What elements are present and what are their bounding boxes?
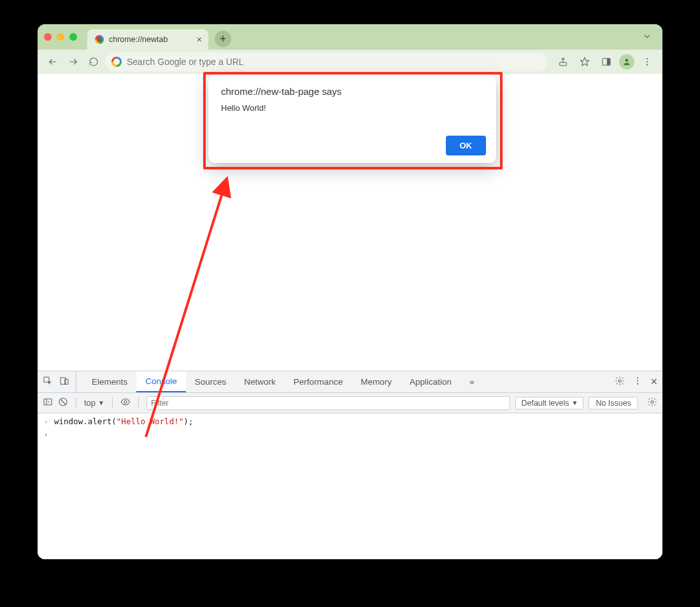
- devtools-tabbar: Elements Console Sources Network Perform…: [38, 371, 662, 393]
- svg-point-16: [637, 377, 638, 378]
- inspect-element-button[interactable]: [43, 376, 53, 388]
- reload-button[interactable]: [85, 53, 103, 71]
- context-selector[interactable]: top ▼: [84, 398, 104, 408]
- close-tab-button[interactable]: ×: [197, 34, 202, 45]
- console-toolbar: top ▼ Default levels ▼ No Issues: [38, 393, 662, 413]
- issues-label: No Issues: [596, 399, 631, 408]
- context-label: top: [84, 398, 96, 408]
- svg-point-15: [618, 380, 621, 382]
- svg-point-24: [651, 401, 654, 403]
- window-controls: [44, 33, 77, 41]
- log-levels-selector[interactable]: Default levels ▼: [515, 397, 583, 410]
- sidepanel-button[interactable]: [597, 53, 615, 71]
- share-icon: [558, 57, 568, 67]
- alert-dialog-message: Hello World!: [221, 103, 483, 113]
- alert-dialog: chrome://new-tab-page says Hello World! …: [208, 75, 496, 163]
- svg-point-9: [646, 61, 648, 62]
- arrow-right-icon: [68, 57, 78, 67]
- svg-point-23: [124, 401, 127, 403]
- svg-point-17: [637, 380, 638, 382]
- devtools-close-button[interactable]: ×: [650, 375, 657, 389]
- minimize-window-button[interactable]: [57, 33, 64, 41]
- chrome-favicon-icon: [95, 35, 104, 44]
- console-prompt[interactable]: ›: [38, 429, 662, 441]
- prompt-chevron-icon: ›: [44, 429, 50, 441]
- browser-menu-button[interactable]: [638, 53, 656, 71]
- reload-icon: [89, 57, 99, 67]
- sidebar-toggle-icon: [43, 397, 53, 407]
- live-expression-button[interactable]: [120, 397, 131, 409]
- console-settings-button[interactable]: [647, 397, 657, 409]
- more-tabs-button[interactable]: »: [461, 371, 483, 392]
- devtools-panel: Elements Console Sources Network Perform…: [38, 371, 662, 559]
- device-toolbar-button[interactable]: [59, 376, 69, 388]
- svg-point-8: [646, 58, 648, 59]
- console-filter-input[interactable]: [146, 396, 510, 410]
- forward-button[interactable]: [64, 53, 82, 71]
- star-icon: [580, 57, 590, 67]
- gear-icon: [615, 376, 625, 386]
- log-levels-label: Default levels: [521, 399, 569, 408]
- alert-dialog-title: chrome://new-tab-page says: [221, 86, 483, 97]
- console-code: window.alert("Hello World!");: [54, 417, 193, 426]
- devtools-menu-button[interactable]: [632, 376, 643, 388]
- kebab-icon: [642, 57, 652, 67]
- browser-tab[interactable]: chrome://newtab ×: [87, 29, 208, 50]
- tab-application[interactable]: Application: [401, 371, 461, 392]
- page-viewport: chrome://new-tab-page says Hello World! …: [38, 74, 662, 371]
- clear-console-button[interactable]: [58, 397, 68, 409]
- tab-strip: chrome://newtab × +: [38, 24, 662, 50]
- device-icon: [59, 376, 69, 386]
- alert-ok-button[interactable]: OK: [446, 136, 487, 155]
- new-tab-button[interactable]: +: [215, 31, 231, 47]
- svg-rect-19: [44, 399, 52, 404]
- share-button[interactable]: [554, 53, 572, 71]
- person-icon: [622, 57, 631, 66]
- tabs-dropdown-button[interactable]: [642, 31, 652, 43]
- console-sidebar-toggle[interactable]: [43, 397, 53, 409]
- omnibox-placeholder: Search Google or type a URL: [127, 57, 244, 67]
- kebab-icon: [632, 376, 643, 386]
- tab-title: chrome://newtab: [109, 35, 192, 44]
- maximize-window-button[interactable]: [69, 33, 77, 41]
- browser-toolbar: Search Google or type a URL: [38, 50, 662, 74]
- inspect-icon: [43, 376, 53, 386]
- tab-network[interactable]: Network: [235, 371, 285, 392]
- tab-performance[interactable]: Performance: [285, 371, 352, 392]
- tab-memory[interactable]: Memory: [352, 371, 401, 392]
- console-output[interactable]: › window.alert("Hello World!"); ›: [38, 413, 662, 559]
- omnibox[interactable]: Search Google or type a URL: [105, 52, 548, 71]
- tab-elements[interactable]: Elements: [83, 371, 136, 392]
- console-line: › window.alert("Hello World!");: [38, 416, 662, 429]
- issues-button[interactable]: No Issues: [589, 397, 638, 410]
- tab-console[interactable]: Console: [136, 371, 186, 392]
- svg-point-10: [646, 64, 648, 66]
- svg-point-7: [625, 59, 629, 62]
- sidepanel-icon: [601, 57, 611, 67]
- clear-icon: [58, 397, 68, 407]
- svg-line-22: [61, 399, 66, 404]
- profile-avatar[interactable]: [619, 54, 634, 69]
- devtools-settings-button[interactable]: [615, 376, 625, 388]
- tab-sources[interactable]: Sources: [186, 371, 236, 392]
- svg-marker-3: [580, 57, 589, 66]
- input-chevron-icon: ›: [44, 417, 50, 428]
- back-button[interactable]: [44, 53, 62, 71]
- close-window-button[interactable]: [44, 33, 52, 41]
- browser-window: chrome://newtab × + Search Google or typ…: [38, 24, 662, 559]
- google-icon: [111, 57, 122, 67]
- eye-icon: [120, 397, 131, 407]
- svg-rect-6: [607, 59, 610, 66]
- arrow-left-icon: [48, 57, 58, 67]
- gear-icon: [647, 397, 657, 407]
- bookmark-button[interactable]: [576, 53, 594, 71]
- chevron-down-icon: [642, 31, 652, 41]
- svg-point-18: [637, 383, 638, 385]
